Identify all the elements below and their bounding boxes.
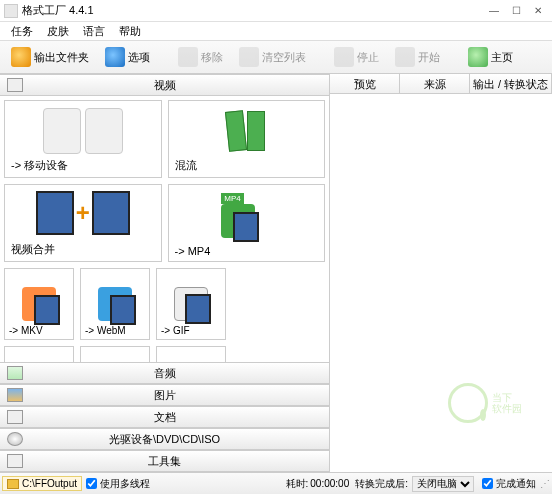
card-ogg[interactable]: -> OGG — [80, 346, 150, 362]
card-gif[interactable]: GIF -> GIF — [156, 268, 226, 340]
notify-label: 完成通知 — [496, 477, 536, 491]
clear-label: 清空列表 — [262, 50, 306, 65]
options-label: 选项 — [128, 50, 150, 65]
card-webm-label: -> WebM — [85, 325, 126, 336]
output-path-display[interactable]: C:\FFOutput — [2, 476, 82, 491]
tools-section-icon — [7, 454, 23, 468]
statusbar: C:\FFOutput 使用多线程 耗时: 00:00:00 转换完成后: 关闭… — [0, 472, 552, 494]
multithread-label: 使用多线程 — [100, 477, 150, 491]
menu-task[interactable]: 任务 — [4, 22, 40, 40]
multithread-input[interactable] — [86, 478, 97, 489]
output-folder-label: 输出文件夹 — [34, 50, 89, 65]
menu-skin[interactable]: 皮肤 — [40, 22, 76, 40]
list-column-header: 预览 来源 输出 / 转换状态 — [330, 74, 552, 94]
start-label: 开始 — [418, 50, 440, 65]
folder-icon — [11, 47, 31, 67]
resize-grip-icon[interactable]: ⋰ — [540, 478, 550, 489]
app-icon — [4, 4, 18, 18]
col-source[interactable]: 来源 — [400, 74, 470, 93]
card-mp4-label: -> MP4 — [175, 245, 211, 257]
start-icon — [395, 47, 415, 67]
clear-icon — [239, 47, 259, 67]
card-video-merge[interactable]: + 视频合并 — [4, 184, 162, 262]
remove-label: 移除 — [201, 50, 223, 65]
card-merge-label: 视频合并 — [11, 242, 55, 257]
accordion-video[interactable]: 视频 — [0, 74, 329, 96]
card-rift-label: 混流 — [175, 158, 197, 173]
rift-icon — [225, 110, 247, 152]
titlebar: 格式工厂 4.4.1 — ☐ ✕ — [0, 0, 552, 22]
mkv-icon — [22, 287, 56, 321]
col-output-status[interactable]: 输出 / 转换状态 — [470, 74, 552, 93]
doc-section-label: 文档 — [30, 410, 299, 425]
stop-icon — [334, 47, 354, 67]
card-webm[interactable]: -> WebM — [80, 268, 150, 340]
toolbar: 输出文件夹 选项 移除 清空列表 停止 开始 主页 — [0, 40, 552, 74]
video-section-icon — [7, 78, 23, 92]
accordion-disc[interactable]: 光驱设备\DVD\CD\ISO — [0, 428, 329, 450]
tools-section-label: 工具集 — [30, 454, 299, 469]
output-folder-button[interactable]: 输出文件夹 — [4, 44, 96, 70]
card-mobile-label: -> 移动设备 — [11, 158, 68, 173]
watermark-logo-icon — [448, 383, 488, 423]
disc-section-icon — [7, 432, 23, 446]
options-button[interactable]: 选项 — [98, 44, 157, 70]
folder-icon — [7, 479, 19, 489]
accordion-audio[interactable]: 音频 — [0, 362, 329, 384]
webm-icon — [98, 287, 132, 321]
menu-help[interactable]: 帮助 — [112, 22, 148, 40]
menubar: 任务 皮肤 语言 帮助 — [0, 22, 552, 40]
card-rift[interactable]: 混流 — [168, 100, 326, 178]
audio-section-label: 音频 — [30, 366, 299, 381]
card-gif-label: -> GIF — [161, 325, 190, 336]
maximize-button[interactable]: ☐ — [506, 4, 526, 18]
card-mobile-device[interactable]: -> 移动设备 — [4, 100, 162, 178]
card-mov[interactable]: -> MOV — [4, 346, 74, 362]
col-preview[interactable]: 预览 — [330, 74, 400, 93]
output-path-text: C:\FFOutput — [22, 478, 77, 489]
home-button[interactable]: 主页 — [461, 44, 520, 70]
image-section-label: 图片 — [30, 388, 299, 403]
notify-checkbox[interactable]: 完成通知 — [482, 477, 536, 491]
after-convert-label: 转换完成后: — [355, 477, 408, 491]
stop-label: 停止 — [357, 50, 379, 65]
remove-button: 移除 — [171, 44, 230, 70]
conversion-list: 当下软件园 — [330, 94, 552, 470]
film-icon — [36, 191, 74, 235]
card-mkv[interactable]: -> MKV — [4, 268, 74, 340]
start-button: 开始 — [388, 44, 447, 70]
multithread-checkbox[interactable]: 使用多线程 — [86, 477, 150, 491]
clear-button: 清空列表 — [232, 44, 313, 70]
window-title: 格式工厂 4.4.1 — [22, 3, 94, 18]
elapsed-value: 00:00:00 — [310, 478, 349, 489]
card-mkv-label: -> MKV — [9, 325, 43, 336]
elapsed-label: 耗时: — [286, 477, 309, 491]
accordion-doc[interactable]: 文档 — [0, 406, 329, 428]
image-section-icon — [7, 388, 23, 402]
home-icon — [468, 47, 488, 67]
minimize-button[interactable]: — — [484, 4, 504, 18]
audio-section-icon — [7, 366, 23, 380]
home-label: 主页 — [491, 50, 513, 65]
card-flv[interactable]: -> FLV — [156, 346, 226, 362]
options-icon — [105, 47, 125, 67]
stop-button: 停止 — [327, 44, 386, 70]
card-mp4[interactable]: MP4 -> MP4 — [168, 184, 326, 262]
rift-icon — [247, 111, 265, 151]
close-button[interactable]: ✕ — [528, 4, 548, 18]
plus-icon: + — [76, 199, 90, 227]
watermark: 当下软件园 — [448, 372, 534, 434]
remove-icon — [178, 47, 198, 67]
after-convert-select[interactable]: 关闭电脑 — [412, 476, 474, 492]
notify-input[interactable] — [482, 478, 493, 489]
mobile-device-icon — [85, 108, 123, 154]
video-section-label: 视频 — [30, 78, 299, 93]
menu-lang[interactable]: 语言 — [76, 22, 112, 40]
mp4-badge: MP4 — [221, 193, 243, 204]
gif-icon: GIF — [174, 287, 208, 321]
accordion-tools[interactable]: 工具集 — [0, 450, 329, 472]
disc-section-label: 光驱设备\DVD\CD\ISO — [30, 432, 299, 447]
film-icon — [92, 191, 130, 235]
accordion-image[interactable]: 图片 — [0, 384, 329, 406]
doc-section-icon — [7, 410, 23, 424]
